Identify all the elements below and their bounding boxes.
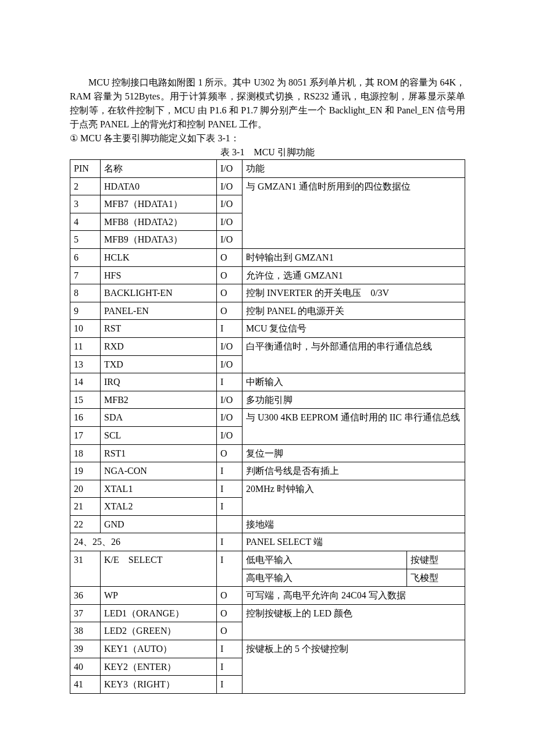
- cell-pin: 40: [70, 658, 101, 676]
- table-row: 16 SDA I/O 与 U300 4KB EEPROM 通信时用的 IIC 串…: [70, 409, 465, 427]
- cell-name: RXD: [101, 337, 217, 355]
- cell-func: 控制按键板上的 LED 颜色: [242, 604, 465, 640]
- header-pin: PIN: [70, 160, 101, 178]
- cell-func: 与 U300 4KB EEPROM 通信时用的 IIC 串行通信总线: [242, 409, 465, 444]
- cell-name: KEY2（ENTER）: [101, 658, 217, 676]
- cell-name: LED2（GREEN）: [101, 622, 217, 640]
- cell-io: O: [217, 444, 242, 462]
- cell-name: SCL: [101, 426, 217, 444]
- cell-func: 与 GMZAN1 通信时所用到的四位数据位: [242, 177, 465, 248]
- cell-name: IRQ: [101, 373, 217, 391]
- cell-func: 时钟输出到 GMZAN1: [242, 248, 465, 266]
- cell-pin: 4: [70, 213, 101, 231]
- cell-io: I: [217, 480, 242, 498]
- cell-name: RST1: [101, 444, 217, 462]
- cell-func: 多功能引脚: [242, 391, 465, 409]
- cell-io: O: [217, 284, 242, 302]
- cell-name: K/E SELECT: [101, 551, 217, 587]
- cell-func: 可写端，高电平允许向 24C04 写入数据: [242, 587, 465, 605]
- table-row: 24、25、26 I PANEL SELECT 端: [70, 533, 465, 551]
- table-row: 39 KEY1（AUTO） I 按键板上的 5 个按键控制: [70, 640, 465, 658]
- mcu-pin-table: PIN 名称 I/O 功能 2 HDATA0 I/O 与 GMZAN1 通信时所…: [70, 159, 465, 694]
- cell-pin: 22: [70, 515, 101, 533]
- header-io: I/O: [217, 160, 242, 178]
- table-row: 8 BACKLIGHT-EN O 控制 INVERTER 的开关电压 0/3V: [70, 284, 465, 302]
- table-header-row: PIN 名称 I/O 功能: [70, 160, 465, 178]
- cell-func: 白平衡通信时，与外部通信用的串行通信总线: [242, 337, 465, 373]
- cell-pin: 3: [70, 195, 101, 213]
- cell-func: 低电平输入: [242, 551, 407, 569]
- header-name: 名称: [101, 160, 217, 178]
- cell-io: I: [217, 373, 242, 391]
- cell-io: I/O: [217, 391, 242, 409]
- cell-func: 接地端: [242, 515, 465, 533]
- cell-io: I: [217, 533, 242, 551]
- cell-extra: 飞梭型: [407, 569, 465, 587]
- intro-item-1: ① MCU 各主要引脚功能定义如下表 3-1：: [70, 131, 465, 145]
- table-row: 14 IRQ I 中断输入: [70, 373, 465, 391]
- cell-pin: 11: [70, 337, 101, 355]
- cell-io: I/O: [217, 231, 242, 249]
- cell-io: I: [217, 640, 242, 658]
- table-row: 36 WP O 可写端，高电平允许向 24C04 写入数据: [70, 587, 465, 605]
- cell-io: I/O: [217, 409, 242, 427]
- intro-paragraph: MCU 控制接口电路如附图 1 所示。其中 U302 为 8051 系列单片机，…: [70, 76, 465, 131]
- cell-name: LED1（ORANGE）: [101, 604, 217, 622]
- cell-name: PANEL-EN: [101, 302, 217, 320]
- cell-io: O: [217, 248, 242, 266]
- table-row: 15 MFB2 I/O 多功能引脚: [70, 391, 465, 409]
- cell-func: 允许位，选通 GMZAN1: [242, 266, 465, 284]
- cell-io: I/O: [217, 177, 242, 195]
- cell-name: KEY1（AUTO）: [101, 640, 217, 658]
- table-row: 22 GND 接地端: [70, 515, 465, 533]
- cell-pin: 31: [70, 551, 101, 587]
- cell-pin: 14: [70, 373, 101, 391]
- cell-func: 控制 INVERTER 的开关电压 0/3V: [242, 284, 465, 302]
- cell-pin: 5: [70, 231, 101, 249]
- cell-name: WP: [101, 587, 217, 605]
- cell-name: BACKLIGHT-EN: [101, 284, 217, 302]
- cell-func: 中断输入: [242, 373, 465, 391]
- cell-pin: 19: [70, 462, 101, 480]
- cell-pin: 6: [70, 248, 101, 266]
- cell-pin: 20: [70, 480, 101, 498]
- table-row: 2 HDATA0 I/O 与 GMZAN1 通信时所用到的四位数据位: [70, 177, 465, 195]
- cell-pin: 16: [70, 409, 101, 427]
- table-row: 6 HCLK O 时钟输出到 GMZAN1: [70, 248, 465, 266]
- table-row: 9 PANEL-EN O 控制 PANEL 的电源开关: [70, 302, 465, 320]
- table-row: 11 RXD I/O 白平衡通信时，与外部通信用的串行通信总线: [70, 337, 465, 355]
- cell-io: O: [217, 622, 242, 640]
- cell-name: RST: [101, 320, 217, 338]
- cell-name: HDATA0: [101, 177, 217, 195]
- table-caption: 表 3-1 MCU 引脚功能: [70, 145, 465, 159]
- cell-io: I/O: [217, 355, 242, 373]
- cell-io: I: [217, 320, 242, 338]
- cell-name: MFB2: [101, 391, 217, 409]
- table-row: 37 LED1（ORANGE） O 控制按键板上的 LED 颜色: [70, 604, 465, 622]
- cell-pin: 41: [70, 676, 101, 694]
- cell-pin: 38: [70, 622, 101, 640]
- document-page: MCU 控制接口电路如附图 1 所示。其中 U302 为 8051 系列单片机，…: [0, 0, 535, 756]
- cell-io: O: [217, 587, 242, 605]
- cell-io: I: [217, 551, 242, 587]
- cell-func: 判断信号线是否有插上: [242, 462, 465, 480]
- cell-pin: 9: [70, 302, 101, 320]
- cell-pin: 8: [70, 284, 101, 302]
- cell-pin: 24、25、26: [70, 533, 217, 551]
- cell-io: O: [217, 604, 242, 622]
- cell-pin: 10: [70, 320, 101, 338]
- cell-pin: 13: [70, 355, 101, 373]
- cell-name: KEY3（RIGHT）: [101, 676, 217, 694]
- cell-pin: 2: [70, 177, 101, 195]
- cell-func: 20MHz 时钟输入: [242, 480, 465, 515]
- cell-func: 复位一脚: [242, 444, 465, 462]
- cell-name: MFB8（HDATA2）: [101, 213, 217, 231]
- cell-name: XTAL2: [101, 498, 217, 516]
- cell-io: I/O: [217, 426, 242, 444]
- table-row: 20 XTAL1 I 20MHz 时钟输入: [70, 480, 465, 498]
- cell-io: I/O: [217, 213, 242, 231]
- cell-func: 按键板上的 5 个按键控制: [242, 640, 465, 694]
- cell-pin: 17: [70, 426, 101, 444]
- cell-io: I: [217, 658, 242, 676]
- cell-io: I: [217, 498, 242, 516]
